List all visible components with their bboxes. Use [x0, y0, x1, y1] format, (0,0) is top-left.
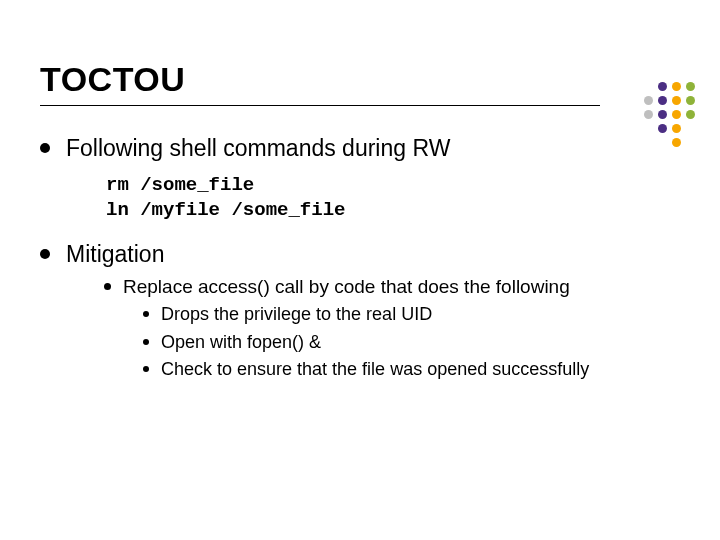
dot-icon: [644, 96, 653, 105]
dot-icon: [672, 110, 681, 119]
dot-icon: [658, 96, 667, 105]
item-text: Replace access() call by code that does …: [123, 276, 570, 297]
item-text: Open with fopen() &: [161, 331, 321, 354]
dot-icon: [672, 96, 681, 105]
item-text: Check to ensure that the file was opened…: [161, 358, 589, 381]
dot-icon: [686, 96, 695, 105]
code-block: rm /some_file ln /myfile /some_file: [106, 173, 680, 224]
bullet-list: Mitigation Replace access() call by code…: [40, 240, 680, 392]
list-item: Open with fopen() &: [143, 331, 680, 354]
bullet-list: Following shell commands during RW: [40, 134, 680, 163]
bullet-icon: [143, 339, 149, 345]
bullet-list: Replace access() call by code that does …: [104, 275, 680, 386]
item-text: Mitigation: [66, 241, 164, 267]
bullet-icon: [143, 311, 149, 317]
dot-icon: [672, 138, 681, 147]
slide: TOCTOU Following shell commands during R…: [0, 0, 720, 442]
bullet-icon: [40, 249, 50, 259]
title-underline: [40, 105, 600, 106]
dot-icon: [672, 124, 681, 133]
item-text: Drops the privilege to the real UID: [161, 303, 432, 326]
dot-icon: [672, 82, 681, 91]
bullet-icon: [104, 283, 111, 290]
decorative-dot-grid: [644, 82, 698, 150]
list-item: Check to ensure that the file was opened…: [143, 358, 680, 381]
dot-icon: [658, 82, 667, 91]
list-item: Drops the privilege to the real UID: [143, 303, 680, 326]
list-item: Mitigation Replace access() call by code…: [40, 240, 680, 392]
dot-icon: [686, 82, 695, 91]
bullet-icon: [40, 143, 50, 153]
dot-icon: [658, 124, 667, 133]
item-text: Following shell commands during RW: [66, 134, 450, 163]
slide-title: TOCTOU: [40, 60, 680, 99]
dot-icon: [658, 110, 667, 119]
bullet-icon: [143, 366, 149, 372]
bullet-list: Drops the privilege to the real UID Open…: [143, 303, 680, 381]
dot-icon: [686, 110, 695, 119]
list-item: Following shell commands during RW: [40, 134, 680, 163]
dot-icon: [644, 110, 653, 119]
list-item: Replace access() call by code that does …: [104, 275, 680, 386]
